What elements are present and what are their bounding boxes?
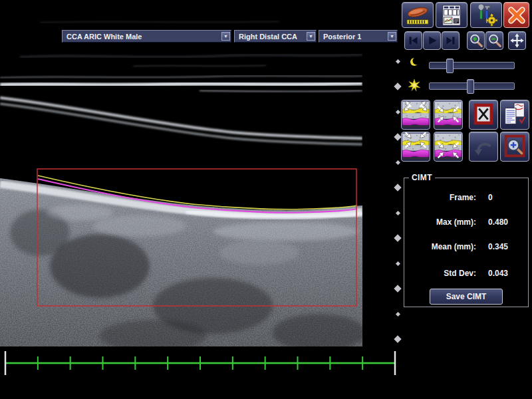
first-frame-icon	[405, 32, 422, 49]
zoom-in-icon	[467, 32, 484, 49]
diamond-decoration	[394, 82, 401, 90]
artery-measure-button[interactable]	[402, 2, 434, 28]
pan-button[interactable]	[508, 31, 526, 50]
undo-icon	[469, 132, 497, 161]
sun-icon	[408, 79, 420, 91]
settings-button[interactable]	[470, 2, 502, 28]
angle-dropdown[interactable]: Posterior 1 ▼	[319, 30, 398, 43]
play-button[interactable]	[423, 31, 441, 50]
trace-converge-near-icon	[402, 132, 430, 161]
angle-dropdown-value: Posterior 1	[323, 33, 361, 41]
trace-converge-far-button[interactable]	[434, 132, 463, 162]
chevron-down-icon[interactable]: ▼	[221, 32, 230, 41]
moon-icon	[410, 57, 420, 67]
trace-expand-icon	[402, 100, 430, 129]
max-mm-label: Max (mm):	[404, 217, 476, 227]
std-dev-label: Std Dev:	[404, 269, 476, 278]
first-frame-button[interactable]	[404, 31, 422, 50]
copy-report-button[interactable]	[500, 100, 529, 130]
zoom-out-button[interactable]	[485, 31, 503, 50]
delete-trace-button[interactable]	[469, 100, 498, 130]
close-icon	[505, 4, 528, 27]
ultrasound-image[interactable]	[0, 0, 362, 346]
trace-converge-near-button[interactable]	[401, 132, 430, 162]
scale-ruler	[0, 349, 399, 379]
close-button[interactable]	[503, 2, 529, 28]
diamond-decoration	[395, 109, 400, 114]
contrast-slider[interactable]	[429, 62, 515, 69]
artery-measure-icon	[404, 4, 432, 27]
diamond-decoration	[395, 59, 400, 63]
diamond-decoration	[394, 184, 401, 191]
contrast-slider-thumb[interactable]	[446, 59, 454, 73]
delete-trace-icon	[469, 100, 497, 129]
brightness-slider-thumb[interactable]	[467, 79, 474, 94]
settings-tools-icon	[472, 4, 500, 27]
max-mm-value: 0.480	[488, 217, 508, 227]
frame-label: Frame:	[404, 193, 476, 202]
trace-converge-mid-button[interactable]	[434, 100, 463, 130]
diamond-decoration	[394, 133, 401, 140]
segment-dropdown-value: Right Distal CCA	[239, 33, 297, 41]
zoom-roi-icon	[501, 132, 529, 161]
protocol-dropdown-value: CCA ARIC White Male	[66, 33, 142, 41]
zoom-out-icon	[486, 32, 503, 49]
cimt-application-window: CCA ARIC White Male ▼ Right Distal CCA ▼…	[0, 0, 532, 399]
std-dev-value: 0.043	[488, 269, 508, 278]
diamond-decoration	[395, 261, 400, 265]
cimt-panel-title: CIMT	[409, 173, 435, 182]
diamond-decoration	[395, 311, 400, 316]
zoom-in-button[interactable]	[467, 31, 485, 50]
segment-dropdown[interactable]: Right Distal CCA ▼	[234, 30, 317, 43]
copy-report-icon	[501, 100, 529, 129]
zoom-roi-button[interactable]	[500, 132, 529, 162]
diamond-decoration	[395, 210, 400, 215]
chevron-down-icon[interactable]: ▼	[307, 32, 315, 41]
diamond-decoration	[394, 285, 401, 292]
save-cimt-button[interactable]: Save CIMT	[430, 289, 503, 305]
last-frame-icon	[442, 32, 459, 49]
trace-converge-mid-icon	[434, 100, 462, 129]
last-frame-button[interactable]	[442, 31, 460, 50]
cimt-panel: CIMT Frame: 0 Max (mm): 0.480 Mean (mm):…	[404, 178, 529, 307]
report-icon	[438, 4, 466, 27]
protocol-dropdown[interactable]: CCA ARIC White Male ▼	[62, 30, 231, 43]
chevron-down-icon[interactable]: ▼	[388, 32, 396, 41]
mean-mm-label: Mean (mm):	[404, 242, 476, 251]
undo-button[interactable]	[469, 132, 498, 162]
trace-converge-far-icon	[434, 132, 462, 161]
diamond-decoration	[394, 335, 401, 342]
diamond-decoration	[394, 234, 401, 241]
pan-icon	[509, 32, 525, 49]
diamond-decoration	[395, 160, 400, 164]
mean-mm-value: 0.345	[488, 242, 508, 251]
play-icon	[424, 32, 440, 49]
report-button[interactable]	[436, 2, 467, 28]
frame-value: 0	[488, 193, 493, 202]
trace-expand-button[interactable]	[401, 100, 430, 130]
